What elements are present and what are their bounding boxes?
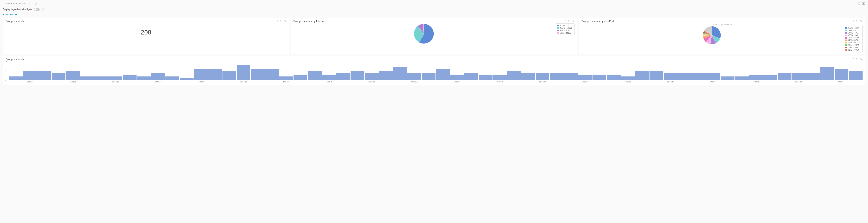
bar[interactable] [23, 71, 37, 80]
bar[interactable] [379, 71, 393, 80]
bar[interactable] [137, 76, 151, 80]
bar[interactable] [607, 74, 621, 80]
bar[interactable] [763, 74, 777, 80]
x-tick: 17:04:15 [222, 81, 265, 83]
time-range-dropdown[interactable]: Latest 5 minutes of d… [3, 1, 32, 6]
gear-icon[interactable] [572, 20, 575, 23]
gear-icon[interactable] [860, 58, 863, 61]
bar[interactable] [635, 71, 649, 80]
bar[interactable] [507, 71, 521, 80]
bar[interactable] [9, 76, 23, 80]
legend-item[interactable]: 2.1% - 12372 [845, 44, 861, 46]
legend-toggle[interactable] [34, 8, 39, 11]
legend-item[interactable]: 8.7% - lab150 [557, 29, 574, 32]
bar[interactable] [792, 73, 806, 80]
bar[interactable] [108, 76, 122, 80]
info-icon[interactable] [856, 58, 859, 61]
bar[interactable] [180, 78, 193, 80]
legend-item[interactable]: 10.4% - 631 [845, 32, 861, 34]
bar[interactable] [80, 76, 94, 80]
bar[interactable] [621, 76, 635, 80]
bar[interactable] [478, 74, 493, 80]
gear-icon[interactable] [284, 20, 287, 23]
add-filter-button[interactable]: + ADD FILTER [3, 13, 18, 15]
legend-item[interactable]: 3.1% - 80 [845, 41, 861, 44]
bar[interactable] [422, 73, 435, 80]
bar[interactable] [749, 74, 763, 80]
bar[interactable] [735, 76, 749, 80]
bar[interactable] [222, 71, 236, 80]
bar[interactable] [365, 73, 379, 80]
chart-settings-icon[interactable] [852, 58, 854, 61]
bar[interactable] [493, 74, 507, 80]
info-icon[interactable] [41, 8, 44, 11]
legend-item[interactable]: 57.7% - iot [557, 24, 574, 27]
legend-item[interactable]: 8.9% - 1900 [845, 34, 861, 36]
bar[interactable] [578, 74, 592, 80]
bar[interactable] [151, 73, 165, 80]
bar[interactable] [322, 74, 336, 80]
bar[interactable] [37, 71, 51, 80]
bar[interactable] [835, 69, 848, 80]
bar[interactable] [721, 76, 735, 80]
present-icon[interactable] [862, 2, 865, 5]
chart-settings-icon[interactable] [276, 20, 278, 23]
legend-label: 8.9% - 1900 [847, 34, 858, 36]
bar[interactable] [393, 67, 407, 80]
bar[interactable] [592, 74, 607, 80]
bar[interactable] [692, 73, 706, 80]
bar[interactable] [52, 73, 65, 80]
bar[interactable] [208, 69, 222, 80]
bar[interactable] [165, 76, 179, 80]
bar[interactable] [778, 73, 792, 80]
legend-item[interactable]: 2.1% - 4935 [845, 46, 861, 49]
bar[interactable] [664, 73, 678, 80]
bar[interactable] [806, 73, 820, 80]
gear-icon[interactable] [860, 20, 863, 23]
bar[interactable] [464, 73, 478, 80]
bar[interactable] [650, 71, 663, 80]
bar[interactable] [194, 69, 208, 80]
legend-item[interactable]: 1.9% - lab100 [557, 32, 574, 34]
chart-settings-icon[interactable] [564, 20, 566, 23]
bar[interactable] [849, 71, 863, 80]
x-tick: 17:03:45 [137, 81, 180, 83]
bar[interactable] [521, 73, 535, 80]
bar[interactable] [536, 73, 550, 80]
bar[interactable] [678, 73, 692, 80]
bar[interactable] [251, 69, 265, 80]
legend-item[interactable]: 31.3% - 6667 [845, 27, 861, 29]
legend-item[interactable]: 31.7% - ether1 [557, 27, 574, 29]
bar[interactable] [564, 73, 578, 80]
bar[interactable] [308, 71, 322, 80]
bar[interactable] [336, 73, 350, 80]
info-icon[interactable] [568, 20, 570, 23]
bar[interactable] [407, 73, 421, 80]
share-icon[interactable] [857, 2, 860, 5]
bar[interactable] [350, 71, 364, 80]
bar[interactable] [237, 65, 251, 80]
legend-swatch [557, 27, 559, 29]
refresh-icon[interactable] [34, 2, 37, 5]
widget-header: Dropped events [5, 20, 287, 23]
bar[interactable] [550, 73, 564, 80]
legend-item[interactable]: 5.7% - 5678 [845, 39, 861, 41]
bar[interactable] [279, 76, 293, 80]
legend-item[interactable]: 7.3% - 32400 [845, 36, 861, 39]
legend-item[interactable]: 2.1% - 49819 [845, 49, 861, 51]
bar[interactable] [94, 76, 108, 80]
y-tick: 0 [5, 79, 6, 81]
widget-time-bars: Dropped events 0510 17:03:0017:03:1517:0… [3, 56, 865, 85]
bar[interactable] [123, 74, 136, 80]
chart-settings-icon[interactable] [852, 20, 854, 23]
info-icon[interactable] [856, 20, 859, 23]
bar[interactable] [293, 74, 307, 80]
info-icon[interactable] [280, 20, 282, 23]
bar[interactable] [66, 71, 80, 80]
bar[interactable] [265, 69, 279, 80]
bar[interactable] [706, 73, 720, 80]
bar[interactable] [450, 74, 464, 80]
legend-item[interactable]: 10.9% - 67 [845, 29, 861, 32]
bar[interactable] [436, 69, 450, 80]
bar[interactable] [820, 67, 834, 80]
